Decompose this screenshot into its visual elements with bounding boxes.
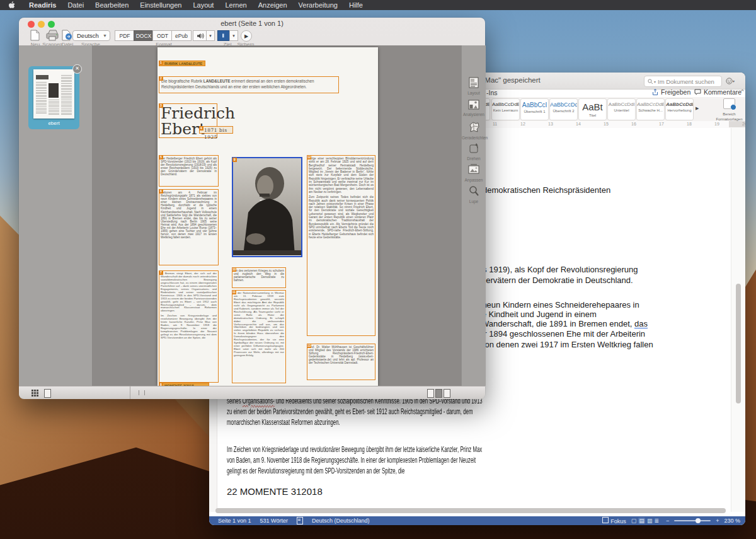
ocr-zone-10[interactable]: 10ten des verlorenen Krieges zu schulter… — [232, 267, 286, 288]
status-word-count[interactable]: 531 Wörter — [260, 518, 289, 524]
ocr-zone-6[interactable]: 6Geboren am 4. Februar im Reichsgründung… — [159, 189, 219, 265]
menu-item-einstellungen[interactable]: Einstellungen — [134, 1, 187, 9]
pane-resize-handle[interactable] — [139, 390, 145, 395]
ocr-zone-4[interactable]: 41871 bis 1925 — [199, 126, 233, 134]
style-label: Schwache H... — [637, 108, 664, 112]
tool-geraderichten[interactable]: Geraderichten — [462, 121, 486, 140]
collapse-ribbon-chevron-icon[interactable]: ⌃ — [740, 88, 745, 96]
tool-layout[interactable]: Layout — [462, 77, 486, 95]
gallery-more-arrow-icon[interactable]: ▶ — [696, 106, 699, 111]
menu-item-verarbeitung[interactable]: Verarbeitung — [293, 1, 343, 9]
view-icon-outline[interactable]: ≣ — [654, 518, 659, 524]
apple-icon[interactable] — [9, 1, 16, 9]
ruler-number: 15 — [604, 122, 609, 126]
view-icon-read-mode[interactable]: ▢ — [631, 518, 637, 524]
menu-item-datei[interactable]: Datei — [62, 1, 89, 9]
tool-drehen[interactable]: Drehen — [462, 142, 486, 161]
horizontal-scrollbar[interactable] — [215, 508, 726, 513]
zoom-out-button[interactable]: − — [666, 518, 669, 524]
menu-item-bearbeiten[interactable]: Bearbeiten — [89, 1, 134, 9]
audio-format-button[interactable] — [193, 30, 207, 41]
zoom-slider-thumb[interactable] — [696, 518, 701, 523]
style-box--berschrift-2[interactable]: AaBbCcDdÜberschrift 2 — [549, 98, 578, 120]
ocr-zone-5[interactable]: 5Der Heidelberger Friedrich Ebert gehört… — [159, 155, 219, 187]
style-sample: AaBbCcDdEe — [637, 101, 664, 107]
view-icon-web-layout[interactable]: ▥ — [647, 518, 653, 524]
language-select[interactable]: Deutsch ▼ — [72, 30, 110, 41]
doc-line: 22 MOMENTE 312018 — [227, 486, 323, 497]
page-nav-first-icon[interactable] — [427, 389, 434, 398]
readiris-title-bar[interactable]: ebert (Seite 1 von 1) — [19, 18, 485, 28]
status-page-count[interactable]: Seite 1 von 1 — [218, 518, 251, 524]
zone-number: 13 — [307, 344, 311, 348]
tool-lupe[interactable]: Lupe — [462, 185, 486, 204]
chevron-down-icon: ▼ — [103, 33, 107, 38]
ocr-zone-7[interactable]: 7In Bremen steigt Ebert, der sich auf de… — [159, 270, 219, 383]
doc-line: von Baden, am 9. November 1918 die Regie… — [227, 455, 476, 465]
menu-item-lernen[interactable]: Lernen — [219, 1, 252, 9]
tool-label: Layout — [462, 91, 486, 95]
zone-number: 3 — [159, 103, 163, 108]
search-input[interactable]: ▾ Im Dokument suchen — [644, 76, 722, 87]
menu-bar: Readiris DateiBearbeitenEinstellungenLay… — [0, 0, 756, 10]
audio-format-dropdown[interactable]: ▼ — [206, 30, 215, 41]
tab-add-ins-fragment[interactable]: -Ins — [486, 89, 498, 96]
style-box-untertitel[interactable]: AaBbCcDdlUntertitel — [607, 98, 636, 120]
pages-sidebar: ✕ ebert — [19, 45, 93, 386]
target-app-button[interactable] — [217, 30, 231, 41]
zone-number: 6 — [159, 189, 163, 194]
status-language[interactable]: Deutsch (Deutschland) — [312, 518, 370, 524]
format-button-odt[interactable]: ODT — [152, 30, 173, 41]
ocr-zone-13[interactable]: 13Prof. Dr. Walter Mühlhausen ist Geschä… — [307, 344, 375, 380]
menu-item-anzeigen[interactable]: Anzeigen — [253, 1, 293, 9]
thumbnail-label: ebert — [28, 120, 79, 126]
style-box-kein-leerraum[interactable]: AaBbCcDdExKein Leerraum — [491, 98, 520, 120]
zoom-percentage[interactable]: 230 % — [724, 518, 740, 524]
vertical-scrollbar[interactable] — [731, 128, 745, 512]
page-thumbnail-selected[interactable]: ✕ ebert — [28, 66, 79, 129]
ocr-zone-9[interactable]: 9 — [232, 157, 302, 257]
style-label: Kein Leerraum — [492, 108, 519, 112]
page-nav-last-icon[interactable] — [444, 389, 450, 398]
style-box-titel[interactable]: AaBtTitel — [578, 98, 607, 120]
style-label: Titel — [579, 113, 606, 117]
share-button[interactable]: Freigeben — [652, 88, 690, 96]
view-icon-print-layout[interactable]: ▤ — [638, 518, 645, 524]
vertical-scrollbar-thumb[interactable] — [736, 284, 741, 403]
target-dropdown[interactable]: ▼ — [229, 30, 238, 41]
comments-button[interactable]: Kommentare — [694, 88, 742, 96]
ocr-zone-11[interactable]: 11In der Nationalversammlung in Weimar a… — [232, 290, 286, 383]
comment-icon — [694, 89, 701, 95]
list-view-icon[interactable] — [44, 389, 51, 398]
format-button-docx[interactable]: DOCX — [134, 30, 154, 41]
format-button-epub[interactable]: ePub — [171, 30, 192, 41]
menu-item-layout[interactable]: Layout — [187, 1, 219, 9]
focus-mode-button[interactable]: Fokus — [602, 517, 626, 525]
tool-geraderichten-icon — [468, 124, 480, 135]
style-box-hervorhebung[interactable]: AaBbCcDdExHervorhebung — [665, 98, 694, 120]
menu-item-hilfe[interactable]: Hilfe — [343, 1, 369, 9]
share-icon — [652, 89, 658, 96]
style-box--berschrift-1[interactable]: AaBbCcIÜberschrift 1 — [520, 98, 549, 120]
zoom-slider[interactable] — [674, 520, 711, 521]
close-page-icon[interactable]: ✕ — [72, 64, 82, 74]
ruler-number: 19 — [714, 122, 719, 126]
styles-pane-button[interactable]: Bereich Formatvorlagen — [713, 98, 745, 120]
save-convert-button[interactable]: ▶ — [241, 30, 252, 42]
feedback-smiley-button[interactable]: ▾ — [726, 76, 742, 86]
tool-analysieren-icon — [468, 101, 479, 112]
ocr-zone-2[interactable]: 2Die biografische Rubrik LAND&LEUTE erin… — [159, 76, 339, 93]
menu-app-name[interactable]: Readiris — [23, 1, 62, 9]
thumbnail-view-icon[interactable] — [32, 390, 38, 397]
scan-view: 1RUBRIK LAND&LEUTE2Die biografische Rubr… — [92, 45, 461, 386]
ocr-zone-12[interactable]: 12Folge einer verschleppten Blinddarment… — [307, 155, 375, 336]
proofing-status-icon[interactable] — [297, 517, 303, 525]
page-nav-current-icon[interactable] — [435, 389, 442, 398]
zoom-in-button[interactable]: + — [716, 518, 719, 524]
tool-analysieren[interactable]: Analysieren — [462, 100, 486, 117]
tool-anpassen[interactable]: Anpassen — [462, 164, 486, 182]
style-box-schwache-h-[interactable]: AaBbCcDdEeSchwache H... — [636, 98, 665, 120]
format-button-pdf[interactable]: PDF — [115, 30, 135, 41]
ocr-zone-1[interactable]: 1RUBRIK LAND&LEUTE — [159, 61, 205, 66]
doc-line: Im Zeichen von Kriegsniederlage und revo… — [227, 444, 482, 454]
